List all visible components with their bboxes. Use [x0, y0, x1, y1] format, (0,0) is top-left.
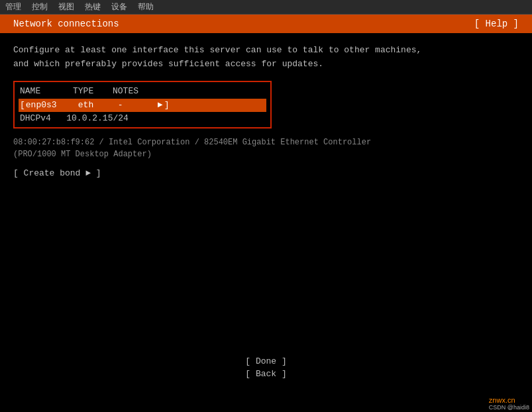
menu-hotkey[interactable]: 热键 — [85, 1, 101, 13]
description-line2: and which preferably provides sufficient… — [13, 58, 519, 72]
header-help: [ Help ] — [474, 19, 519, 29]
menu-bar: 管理 控制 视图 热键 设备 帮助 — [0, 0, 532, 15]
list-header: NAME TYPE NOTES — [19, 85, 266, 98]
col-header-type: TYPE — [73, 85, 113, 98]
watermark: znwx.cn CSDN @haidi8 — [489, 396, 529, 411]
dhcp-row: DHCPv4 10.0.2.15/24 — [19, 112, 266, 125]
dhcp-protocol: DHCPv4 — [20, 113, 51, 123]
header-title: Network connections — [13, 19, 119, 29]
hw-info: 08:00:27:b8:f9:62 / Intel Corporation / … — [13, 136, 519, 160]
menu-help[interactable]: 帮助 — [138, 1, 154, 13]
interface-name: enp0s3 — [25, 99, 78, 112]
row-bracket-close: ] — [164, 99, 170, 112]
watermark-subtext: CSDN @haidi8 — [489, 404, 529, 411]
row-bracket-open: [ — [20, 99, 25, 112]
menu-device[interactable]: 设备 — [111, 1, 127, 13]
interface-type: eth — [78, 99, 118, 112]
menu-manage[interactable]: 管理 — [5, 1, 21, 13]
hw-info-line2: (PRO/1000 MT Desktop Adapter) — [13, 148, 519, 160]
col-header-notes: NOTES — [113, 85, 166, 98]
menu-control[interactable]: 控制 — [32, 1, 48, 13]
interface-notes: - — [118, 99, 158, 112]
content-area: Configure at least one interface this se… — [0, 33, 532, 191]
description: Configure at least one interface this se… — [13, 44, 519, 72]
bottom-buttons: [ Done ] [ Back ] — [0, 356, 532, 379]
done-button[interactable]: [ Done ] — [245, 356, 286, 366]
menu-view[interactable]: 视图 — [58, 1, 74, 13]
hw-info-line1: 08:00:27:b8:f9:62 / Intel Corporation / … — [13, 136, 519, 148]
header-bar: Network connections [ Help ] — [0, 15, 532, 33]
interface-row-enp0s3[interactable]: [ enp0s3 eth - ► ] — [19, 99, 266, 112]
row-arrow-icon: ► — [158, 99, 163, 112]
watermark-text: znwx.cn — [489, 396, 529, 404]
network-list-box: NAME TYPE NOTES [ enp0s3 eth - ► ] DHCPv… — [13, 81, 272, 129]
dhcp-address: 10.0.2.15/24 — [66, 113, 129, 123]
col-header-name: NAME — [20, 85, 73, 98]
description-line1: Configure at least one interface this se… — [13, 44, 519, 58]
back-button[interactable]: [ Back ] — [245, 369, 286, 379]
terminal-area: Network connections [ Help ] Configure a… — [0, 15, 532, 412]
create-bond[interactable]: [ Create bond ► ] — [13, 167, 519, 180]
